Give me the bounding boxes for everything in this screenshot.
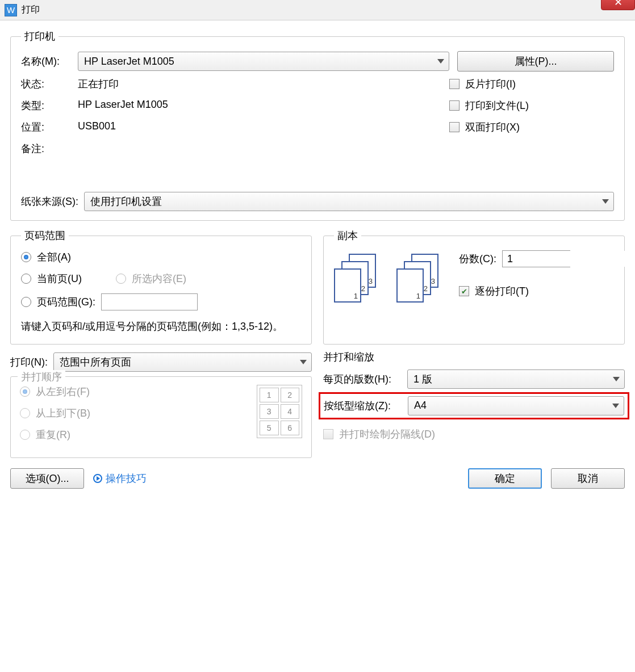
- per-page-combo[interactable]: 1 版: [407, 369, 625, 389]
- titlebar: W 打印 ✕: [0, 0, 635, 20]
- scale-value: A4: [414, 400, 427, 411]
- chevron-down-icon: [602, 199, 609, 204]
- checkbox-icon: [449, 79, 459, 89]
- order-ttb-radio: 从上到下(B): [20, 406, 257, 420]
- print-what-combo[interactable]: 范围中所有页面: [53, 352, 312, 372]
- window-title: 打印: [22, 4, 40, 16]
- radio-icon: [21, 297, 31, 307]
- remark-label: 备注:: [21, 142, 78, 156]
- range-selection-radio: 所选内容(E): [116, 272, 186, 285]
- printer-name-label: 名称(M):: [21, 54, 78, 68]
- status-value: 正在打印: [78, 77, 119, 91]
- ok-button[interactable]: 确定: [468, 468, 542, 489]
- copies-input[interactable]: [503, 251, 635, 267]
- range-current-radio[interactable]: 当前页(U): [21, 272, 82, 285]
- chevron-down-icon: [612, 404, 619, 408]
- radio-icon: [20, 430, 30, 440]
- page-range-title: 页码范围: [21, 229, 69, 242]
- tips-link[interactable]: 操作技巧: [93, 472, 147, 485]
- scale-highlight: 按纸型缩放(Z): A4: [319, 392, 629, 419]
- paper-source-combo[interactable]: 使用打印机设置: [84, 192, 614, 211]
- print-order-title: 并打顺序: [18, 370, 65, 384]
- cancel-button[interactable]: 取消: [551, 468, 625, 489]
- layout-title: 并打和缩放: [323, 350, 625, 364]
- invert-print-checkbox[interactable]: 反片打印(I): [449, 77, 614, 91]
- options-button[interactable]: 选项(O)...: [10, 468, 84, 489]
- copies-group: 副本 3 2 1 3 2 1 份数(C):: [323, 229, 625, 345]
- per-page-value: 1 版: [413, 372, 432, 386]
- print-order-group: 并打顺序 从左到右(F) 从上到下(B) 重复(R) 12 34 56: [10, 376, 312, 458]
- checkbox-icon: [323, 429, 333, 439]
- radio-icon: [21, 252, 31, 262]
- status-label: 状态:: [21, 77, 78, 91]
- chevron-down-icon: [437, 59, 444, 64]
- collate-diagram: 3 2 1: [334, 254, 385, 305]
- copies-spinner[interactable]: ▲ ▼: [502, 250, 570, 267]
- radio-icon: [116, 274, 126, 284]
- scale-combo[interactable]: A4: [408, 396, 624, 415]
- scale-label: 按纸型缩放(Z):: [324, 399, 402, 413]
- copies-title: 副本: [334, 229, 361, 242]
- duplex-checkbox[interactable]: 双面打印(X): [449, 120, 614, 134]
- location-label: 位置:: [21, 120, 78, 134]
- page-range-input[interactable]: [101, 293, 198, 310]
- properties-button[interactable]: 属性(P)...: [457, 51, 614, 72]
- close-button[interactable]: ✕: [601, 0, 635, 10]
- printer-name-value: HP LaserJet M1005: [84, 56, 174, 68]
- printer-name-combo[interactable]: HP LaserJet M1005: [78, 52, 449, 71]
- type-label: 类型:: [21, 99, 78, 112]
- print-to-file-checkbox[interactable]: 打印到文件(L): [449, 99, 614, 112]
- checkbox-icon: [459, 286, 469, 296]
- printer-group-title: 打印机: [21, 30, 59, 43]
- order-preview: 12 34 56: [257, 385, 302, 438]
- play-icon: [93, 474, 102, 483]
- radio-icon: [21, 274, 31, 284]
- print-what-value: 范围中所有页面: [60, 355, 131, 369]
- per-page-label: 每页的版数(H):: [323, 372, 402, 386]
- app-icon: W: [5, 4, 17, 16]
- divider-checkbox: 并打时绘制分隔线(D): [323, 427, 625, 441]
- print-what-label: 打印(N):: [10, 355, 48, 369]
- location-value: USB001: [78, 120, 116, 134]
- page-range-hint: 请键入页码和/或用逗号分隔的页码范围(例如：1,3,5-12)。: [21, 318, 301, 335]
- radio-icon: [20, 408, 30, 418]
- printer-group: 打印机 名称(M): HP LaserJet M1005 属性(P)... 状态…: [10, 30, 625, 221]
- checkbox-icon: [449, 100, 459, 111]
- chevron-down-icon: [300, 360, 307, 364]
- paper-source-value: 使用打印机设置: [90, 195, 162, 208]
- page-range-group: 页码范围 全部(A) 当前页(U) 所选内容(E) 页码范围(G): 请键入页码…: [10, 229, 312, 345]
- type-value: HP LaserJet M1005: [78, 99, 168, 112]
- chevron-down-icon: [613, 377, 620, 381]
- collate-diagram: 3 2 1: [396, 254, 448, 305]
- checkbox-icon: [449, 122, 459, 132]
- order-repeat-radio: 重复(R): [20, 428, 257, 442]
- order-ltr-radio: 从左到右(F): [20, 385, 257, 398]
- close-icon: ✕: [614, 0, 623, 9]
- collate-checkbox[interactable]: 逐份打印(T): [459, 284, 614, 298]
- radio-icon: [20, 387, 30, 397]
- copies-count-label: 份数(C):: [459, 252, 496, 266]
- range-all-radio[interactable]: 全部(A): [21, 250, 301, 264]
- range-pages-radio[interactable]: 页码范围(G):: [21, 293, 301, 310]
- paper-source-label: 纸张来源(S):: [21, 195, 78, 208]
